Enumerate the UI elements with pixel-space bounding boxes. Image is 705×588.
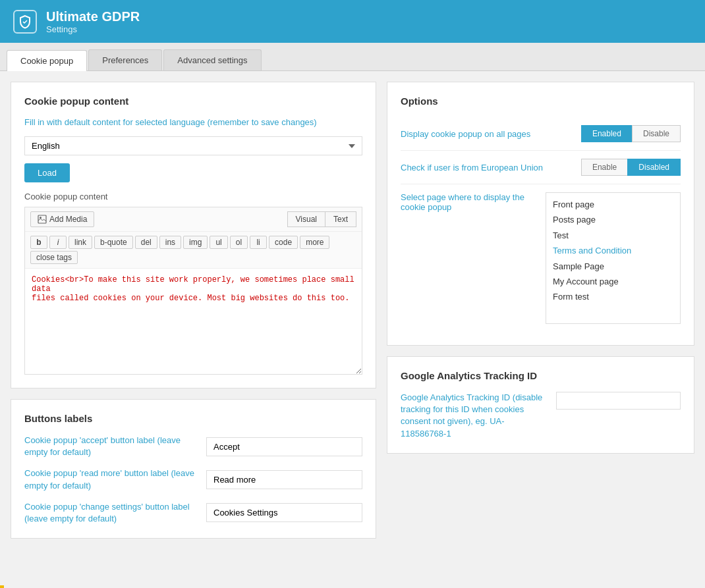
analytics-label: Google Analytics Tracking ID (disable tr… xyxy=(401,392,546,440)
list-item[interactable]: My Account page xyxy=(553,274,673,289)
list-item[interactable]: Sample Page xyxy=(553,259,673,274)
buttons-labels-card: Buttons labels Cookie popup 'accept' but… xyxy=(11,399,376,539)
change-settings-row: Cookie popup 'change settings' button la… xyxy=(24,501,362,525)
app-title-block: Ultimate GDPR Settings xyxy=(46,9,140,34)
buttons-labels-title: Buttons labels xyxy=(24,413,362,424)
fmt-del[interactable]: del xyxy=(135,236,157,249)
accept-input[interactable] xyxy=(206,437,362,456)
editor-top-bar: Add Media Visual Text xyxy=(25,207,362,232)
eu-check-label: Check if user is from European Union xyxy=(401,163,581,173)
panel-right: Options Display cookie popup on all page… xyxy=(387,82,694,454)
display-all-pages-row: Display cookie popup on all pages Enable… xyxy=(401,117,681,151)
change-settings-label-text: Cookie popup 'change settings' button la… xyxy=(24,502,190,512)
eu-enable-btn[interactable]: Enable xyxy=(581,159,627,176)
eu-disabled-btn[interactable]: Disabled xyxy=(627,159,681,176)
change-settings-label: Cookie popup 'change settings' button la… xyxy=(24,501,196,525)
language-row: English French German Spanish xyxy=(24,136,362,155)
editor-textarea[interactable]: Cookies<br>To make this site work proper… xyxy=(25,269,362,374)
analytics-row: Google Analytics Tracking ID (disable tr… xyxy=(401,392,681,440)
fmt-italic[interactable]: i xyxy=(49,236,67,249)
content-label: Cookie popup content xyxy=(24,192,362,201)
analytics-input[interactable] xyxy=(556,392,681,410)
display-enabled-btn[interactable]: Enabled xyxy=(581,125,632,142)
tab-cookie-popup[interactable]: Cookie popup xyxy=(7,50,87,71)
list-item[interactable]: Form test xyxy=(553,289,673,304)
display-all-pages-label: Display cookie popup on all pages xyxy=(401,129,581,139)
load-button[interactable]: Load xyxy=(24,163,70,182)
display-disabled-btn[interactable]: Disable xyxy=(632,125,681,142)
app-logo xyxy=(13,10,37,34)
panel-left: Cookie popup content Fill in with defaul… xyxy=(11,82,376,539)
list-item-link[interactable]: Terms and Condition xyxy=(553,243,673,258)
format-toolbar: b i link b-quote del ins img ul ol li co… xyxy=(25,232,362,269)
change-settings-input[interactable] xyxy=(206,503,362,522)
fmt-more[interactable]: more xyxy=(300,236,329,249)
change-settings-label-hint: (leave empty for default) xyxy=(24,514,117,523)
app-header: Ultimate GDPR Settings xyxy=(0,0,705,43)
fmt-li[interactable]: li xyxy=(250,236,267,249)
display-toggle-group: Enabled Disable xyxy=(581,125,681,142)
list-item[interactable]: Posts page xyxy=(553,212,673,227)
accept-label: Cookie popup 'accept' button label (leav… xyxy=(24,435,196,458)
fmt-bquote[interactable]: b-quote xyxy=(94,236,133,249)
view-text-tab[interactable]: Text xyxy=(325,211,356,227)
list-item[interactable]: Front page xyxy=(553,197,673,212)
app-subtitle: Settings xyxy=(46,24,140,34)
page-listbox[interactable]: Front page Posts page Test Terms and Con… xyxy=(546,192,681,324)
options-card: Options Display cookie popup on all page… xyxy=(387,82,694,346)
fmt-code[interactable]: code xyxy=(269,236,298,249)
add-media-icon xyxy=(38,215,47,224)
read-more-label-text: Cookie popup 'read more' button label xyxy=(24,468,169,478)
tabs-bar: Cookie popup Preferences Advanced settin… xyxy=(0,43,705,71)
page-select-container: Select page where to display the cookie … xyxy=(401,184,681,332)
fmt-ol[interactable]: ol xyxy=(230,236,248,249)
fmt-bold[interactable]: b xyxy=(30,236,47,249)
fmt-img[interactable]: img xyxy=(183,236,208,249)
add-media-label: Add Media xyxy=(49,215,87,224)
fmt-ins[interactable]: ins xyxy=(159,236,181,249)
accept-label-text: Cookie popup 'accept' button label xyxy=(24,435,155,445)
page-select-label: Select page where to display the cookie … xyxy=(401,192,546,212)
read-more-row: Cookie popup 'read more' button label (l… xyxy=(24,468,362,491)
app-name: Ultimate GDPR xyxy=(46,9,140,24)
editor-area: Add Media Visual Text b i link b-quote d… xyxy=(24,207,362,375)
options-title: Options xyxy=(401,95,681,107)
fmt-link[interactable]: link xyxy=(69,236,92,249)
tab-advanced-settings[interactable]: Advanced settings xyxy=(163,49,261,70)
view-visual-tab[interactable]: Visual xyxy=(287,211,325,227)
cookie-popup-content-title: Cookie popup content xyxy=(24,95,362,107)
list-item[interactable]: Test xyxy=(553,228,673,243)
eu-check-row: Check if user is from European Union Ena… xyxy=(401,151,681,184)
view-tabs: Visual Text xyxy=(287,211,356,227)
eu-toggle-group: Enable Disabled xyxy=(581,159,681,176)
language-select[interactable]: English French German Spanish xyxy=(24,136,362,155)
read-more-label: Cookie popup 'read more' button label (l… xyxy=(24,468,196,491)
read-more-input[interactable] xyxy=(206,470,362,489)
add-media-button[interactable]: Add Media xyxy=(30,211,94,227)
analytics-card: Google Analytics Tracking ID Google Anal… xyxy=(387,356,694,454)
accept-row: Cookie popup 'accept' button label (leav… xyxy=(24,435,362,458)
analytics-title: Google Analytics Tracking ID xyxy=(401,370,681,381)
tab-preferences[interactable]: Preferences xyxy=(88,49,162,70)
cookie-popup-content-card: Cookie popup content Fill in with defaul… xyxy=(11,82,376,388)
main-content: Cookie popup content Fill in with defaul… xyxy=(0,71,705,549)
fmt-close-tags[interactable]: close tags xyxy=(30,251,78,264)
fill-in-text: Fill in with default content for selecte… xyxy=(24,117,362,127)
fmt-ul[interactable]: ul xyxy=(210,236,227,249)
